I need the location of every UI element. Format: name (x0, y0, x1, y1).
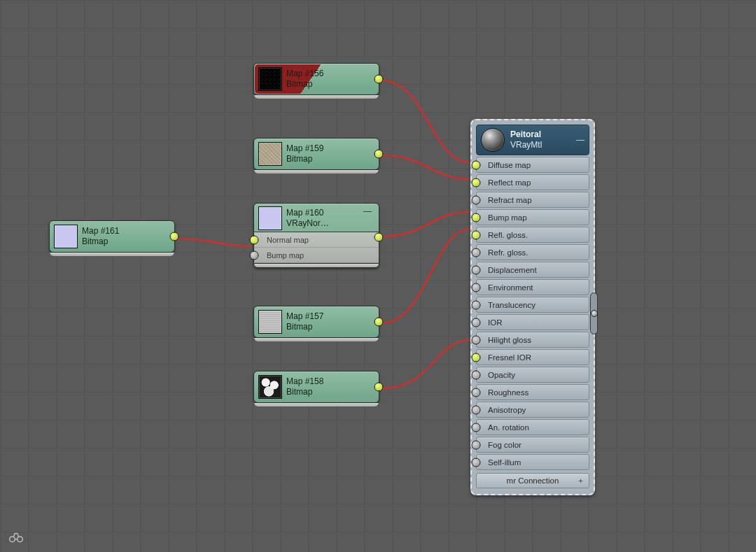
node-title: Map #156 (286, 69, 323, 79)
input-port[interactable] (472, 300, 481, 309)
output-port[interactable] (170, 232, 179, 241)
node-title: Map #158 (286, 376, 323, 387)
input-port[interactable] (472, 370, 481, 379)
material-slot[interactable]: Opacity (476, 367, 589, 383)
output-port[interactable] (374, 75, 384, 84)
node-map-158[interactable]: Map #158 Bitmap (253, 371, 379, 403)
material-slot[interactable]: Hilight gloss (476, 332, 589, 348)
material-title: Peitoral (510, 129, 542, 140)
slot-label: Refl. gloss. (488, 231, 528, 239)
input-slot-normal-map[interactable]: Normal map (254, 232, 379, 248)
material-slot[interactable]: Self-illum (476, 454, 589, 470)
texture-thumbnail (54, 225, 78, 248)
output-port[interactable] (374, 150, 384, 159)
input-port[interactable] (472, 230, 481, 239)
input-port[interactable] (472, 423, 481, 432)
slot-label: IOR (488, 318, 502, 327)
node-graph-canvas[interactable]: Map #161 Bitmap Map #156 Bitmap Map #159… (0, 0, 756, 552)
input-port[interactable] (250, 235, 259, 244)
input-port[interactable] (472, 195, 481, 204)
material-slot[interactable]: An. rotation (476, 419, 589, 435)
slot-label: Environment (488, 283, 533, 292)
input-port[interactable] (472, 318, 481, 327)
slot-label: An. rotation (488, 423, 529, 432)
input-port[interactable] (472, 265, 481, 274)
material-slot[interactable]: Roughness (476, 384, 589, 400)
input-port[interactable] (472, 388, 481, 397)
slot-label: Displacement (488, 266, 537, 274)
input-port[interactable] (472, 440, 481, 449)
input-port[interactable] (472, 160, 481, 169)
input-port[interactable] (472, 353, 481, 362)
texture-thumbnail (258, 206, 282, 230)
material-slot[interactable]: Anisotropy (476, 402, 589, 418)
slot-label: Bump map (488, 213, 527, 222)
input-port[interactable] (472, 335, 481, 344)
material-slot[interactable]: Environment (476, 279, 589, 295)
input-slot-bump-map[interactable]: Bump map (254, 248, 379, 263)
output-handle[interactable] (590, 292, 598, 334)
node-type: Bitmap (286, 387, 323, 397)
input-port[interactable] (472, 283, 481, 292)
slot-label: Normal map (267, 236, 309, 244)
material-slot[interactable]: Refr. gloss. (476, 244, 589, 260)
material-slot[interactable]: Reflect map (476, 174, 589, 190)
output-port[interactable] (374, 383, 384, 392)
plus-icon[interactable]: + (578, 476, 583, 485)
material-slot[interactable]: Translucency (476, 297, 589, 313)
node-type: Bitmap (286, 322, 323, 332)
node-map-160[interactable]: Map #160 VRayNor… — Normal map Bump map (253, 203, 379, 268)
material-slot[interactable]: Bump map (476, 209, 589, 225)
input-port[interactable] (472, 178, 481, 187)
material-slot[interactable]: Fog color (476, 437, 589, 453)
slot-label: Bump map (267, 251, 304, 260)
slot-label: Diffuse map (488, 161, 531, 169)
node-title: Map #157 (286, 311, 323, 322)
texture-thumbnail (258, 310, 282, 334)
slot-label: Refract map (488, 196, 532, 204)
slot-label: Refr. gloss. (488, 248, 528, 257)
input-port[interactable] (472, 213, 481, 222)
output-port[interactable] (374, 318, 384, 327)
node-title: Map #160 (286, 208, 329, 218)
input-port[interactable] (250, 250, 259, 260)
slot-label: Hilight gloss (488, 336, 531, 344)
svg-point-1 (18, 537, 23, 542)
binoculars-icon[interactable] (8, 531, 24, 544)
node-map-156[interactable]: Map #156 Bitmap (253, 63, 379, 95)
svg-point-0 (10, 537, 15, 542)
slot-label: Translucency (488, 301, 536, 309)
node-type: Bitmap (286, 154, 323, 164)
node-map-161[interactable]: Map #161 Bitmap (49, 220, 175, 253)
texture-thumbnail (258, 67, 282, 91)
input-port[interactable] (472, 248, 481, 257)
material-type: VRayMtl (510, 140, 542, 150)
slot-label: Fog color (488, 441, 522, 449)
material-slot[interactable]: Displacement (476, 262, 589, 278)
slot-label: Reflect map (488, 178, 531, 187)
output-port[interactable] (374, 233, 384, 242)
material-slot[interactable]: Refl. gloss. (476, 227, 589, 243)
material-slot[interactable]: Diffuse map (476, 157, 589, 173)
material-slot[interactable]: Refract map (476, 192, 589, 208)
node-type: Bitmap (286, 79, 323, 90)
material-slot[interactable]: IOR (476, 314, 589, 330)
node-type: Bitmap (82, 236, 119, 247)
texture-thumbnail (258, 375, 282, 399)
collapse-icon[interactable]: — (576, 135, 584, 145)
collapse-icon[interactable]: — (363, 208, 372, 215)
node-map-157[interactable]: Map #157 Bitmap (253, 306, 379, 338)
mr-connection-row[interactable]: mr Connection + (476, 473, 589, 488)
slot-label: Opacity (488, 371, 515, 379)
slot-label: Fresnel IOR (488, 353, 531, 362)
input-port[interactable] (472, 405, 481, 414)
material-header[interactable]: Peitoral VRayMtl — (476, 125, 589, 155)
node-map-159[interactable]: Map #159 Bitmap (253, 138, 379, 170)
node-title: Map #159 (286, 143, 323, 154)
slot-label: Self-illum (488, 458, 521, 467)
input-port[interactable] (472, 458, 481, 467)
material-node-peitoral[interactable]: Peitoral VRayMtl — Diffuse mapReflect ma… (470, 119, 595, 495)
node-title: Map #161 (82, 226, 119, 236)
slot-label: Anisotropy (488, 406, 526, 414)
material-slot[interactable]: Fresnel IOR (476, 349, 589, 365)
